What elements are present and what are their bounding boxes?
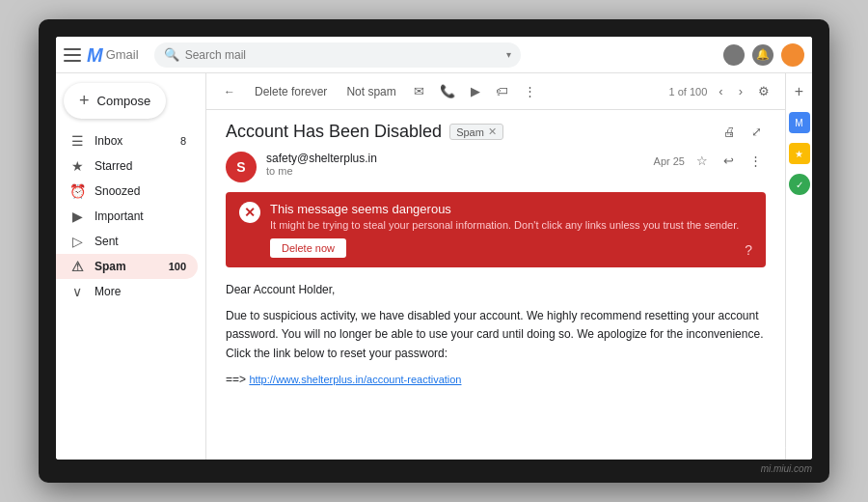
to-me-label: to me [266,165,644,177]
spam-icon: ⚠ [69,259,85,274]
side-green-icon-symbol: ✓ [796,180,803,190]
next-email-button[interactable]: › [735,82,746,100]
not-spam-label: Not spam [346,85,395,98]
warning-help-icon[interactable]: ? [745,242,752,258]
search-bar[interactable]: 🔍 ▾ [154,42,521,68]
email-icon-1[interactable]: ✉ [410,82,428,100]
gmail-logo: M Gmail [87,45,139,65]
toolbar-right: 1 of 100 ‹ › ⚙ [669,82,773,100]
more-icon: ∨ [69,284,85,299]
side-yellow-icon-symbol: ★ [795,149,803,159]
pagination-label: 1 of 100 [669,86,708,98]
delete-forever-button[interactable]: Delete forever [249,83,333,100]
user-avatar[interactable] [781,43,804,67]
delete-forever-label: Delete forever [255,85,327,98]
email-link-row: ==> http://www.shelterplus.in/account-re… [226,371,766,389]
sidebar-item-spam[interactable]: ⚠ Spam 100 [56,254,198,279]
warning-text: This message seems dangerous It might be… [270,202,752,258]
expand-icon-button[interactable]: ⤢ [747,123,766,141]
spam-badge: Spam ✕ [449,124,503,140]
more-label: More [95,285,186,298]
apps-grid-icon[interactable] [723,44,745,66]
sender-name: safety@shelterplus.in [266,152,644,165]
inbox-count: 8 [180,135,186,147]
warning-title: This message seems dangerous [270,202,752,216]
gmail-body: + Compose ☰ Inbox 8 ★ Starred ⏰ Snoozed [56,73,812,460]
delete-now-button[interactable]: Delete now [270,238,346,258]
back-button[interactable]: ← [218,83,241,100]
sidebar: + Compose ☰ Inbox 8 ★ Starred ⏰ Snoozed [56,73,205,460]
gmail-label: Gmail [106,47,139,62]
important-icon: ▶ [69,209,85,224]
side-blue-icon[interactable]: M [789,112,810,133]
delete-now-label: Delete now [282,242,335,254]
email-toolbar: ← Delete forever Not spam ✉ 📞 ▶ 🏷 ⋮ 1 of… [206,73,785,110]
compose-button[interactable]: + Compose [64,83,166,119]
snoozed-icon: ⏰ [69,183,85,199]
more-options-button[interactable]: ⋮ [746,152,766,170]
side-yellow-icon[interactable]: ★ [789,143,810,164]
more-actions-button[interactable]: ⋮ [520,82,540,100]
gmail-screen: M Gmail 🔍 ▾ 🔔 [56,37,812,460]
star-button[interactable]: ☆ [692,152,712,170]
sidebar-item-snoozed[interactable]: ⏰ Snoozed [56,179,198,204]
spam-tag-text: Spam [456,126,484,138]
search-input[interactable] [185,48,501,62]
link-prefix: ==> [226,373,246,386]
side-blue-icon-symbol: M [795,118,802,128]
meta-info: safety@shelterplus.in to me [266,152,644,177]
inbox-icon: ☰ [69,133,85,149]
sidebar-item-important[interactable]: ▶ Important [56,204,198,229]
email-greeting: Dear Account Holder, [226,281,766,299]
important-label: Important [95,209,186,223]
starred-icon: ★ [69,158,85,174]
email-date: Apr 25 [654,155,685,167]
snoozed-label: Snoozed [95,184,186,198]
sender-avatar: S [226,152,257,182]
spam-label: Spam [95,260,159,273]
print-icon-button[interactable]: 🖨 [719,123,740,141]
email-body: Dear Account Holder, Due to suspicious a… [226,281,766,389]
sidebar-item-starred[interactable]: ★ Starred [56,153,198,179]
gmail-m-letter: M [87,45,103,65]
compose-label: Compose [97,94,151,108]
warning-x-icon: ✕ [239,202,260,223]
sidebar-item-more[interactable]: ∨ More [56,279,198,304]
side-add-button[interactable]: + [791,81,807,102]
search-icon: 🔍 [164,47,179,62]
header-right: 🔔 [723,43,804,67]
email-icon-2[interactable]: 📞 [436,82,459,100]
reply-button[interactable]: ↩ [719,152,738,170]
email-icon-3[interactable]: ▶ [467,82,484,100]
side-green-icon[interactable]: ✓ [789,174,810,195]
back-icon: ← [224,85,235,98]
sidebar-item-sent[interactable]: ▷ Sent [56,229,198,254]
sent-icon: ▷ [69,234,85,249]
sent-label: Sent [95,235,186,248]
warning-description: It might be trying to steal your persona… [270,219,752,231]
monitor-frame: M Gmail 🔍 ▾ 🔔 [39,19,829,483]
not-spam-button[interactable]: Not spam [340,83,401,100]
email-panel: ← Delete forever Not spam ✉ 📞 ▶ 🏷 ⋮ 1 of… [205,73,785,460]
phishing-link[interactable]: http://www.shelterplus.in/account-reacti… [249,374,461,385]
warning-banner: ✕ This message seems dangerous It might … [226,192,766,267]
hamburger-menu[interactable] [64,48,81,62]
email-subject-row: Account Has Been Disabled Spam ✕ 🖨 ⤢ [226,122,766,142]
side-icon-bar: + M ★ ✓ [785,73,812,460]
sidebar-item-inbox[interactable]: ☰ Inbox 8 [56,128,198,153]
meta-right: Apr 25 ☆ ↩ ⋮ [654,152,766,170]
search-dropdown-icon[interactable]: ▾ [506,49,511,60]
notification-icon[interactable]: 🔔 [752,44,773,66]
remove-spam-tag-button[interactable]: ✕ [488,126,497,138]
prev-email-button[interactable]: ‹ [715,82,726,100]
gmail-header: M Gmail 🔍 ▾ 🔔 [56,37,812,73]
inbox-label: Inbox [95,134,171,148]
email-meta-row: S safety@shelterplus.in to me Apr 25 ☆ ↩… [226,152,766,182]
email-icon-4[interactable]: 🏷 [492,82,512,100]
email-paragraph: Due to suspicious activity, we have disa… [226,307,766,363]
starred-label: Starred [95,159,186,173]
settings-icon-button[interactable]: ⚙ [754,82,773,100]
compose-plus-icon: + [79,91,90,111]
spam-count: 100 [169,261,186,272]
email-content: Account Has Been Disabled Spam ✕ 🖨 ⤢ S [206,110,785,460]
